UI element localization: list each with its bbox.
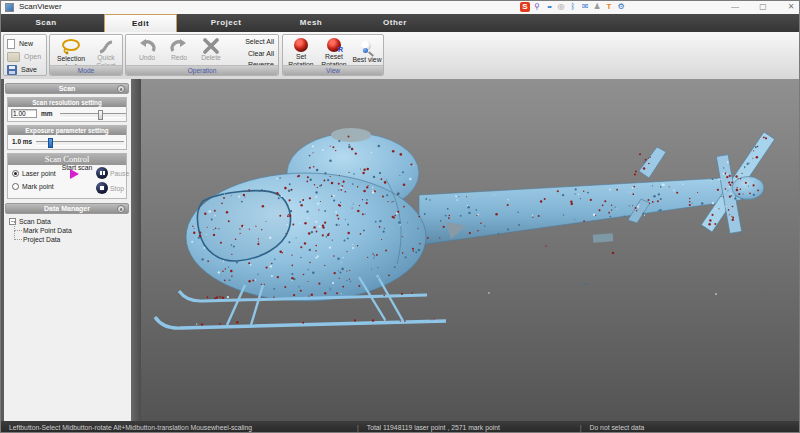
window-controls: — ▢ ✕ xyxy=(729,1,797,13)
scan-control-panel: Scan Control Laser point Mark point Star… xyxy=(7,153,127,199)
tab-mesh[interactable]: Mesh xyxy=(285,14,337,32)
stop-icon xyxy=(96,182,108,194)
open-folder-icon xyxy=(7,52,20,62)
minimize-button[interactable]: — xyxy=(729,1,741,13)
operation-group-label: Operation xyxy=(126,65,278,75)
data-manager-header[interactable]: Data Manager ∧ xyxy=(5,203,129,214)
delete-x-icon xyxy=(202,38,220,54)
file-group: New Open Save xyxy=(3,34,47,76)
system-tray: S ⚲ •• ◎ ᛒ ✉ ♟ T ⚙ xyxy=(520,1,626,13)
clear-all-button[interactable]: Clear All xyxy=(248,50,274,58)
view-group-label: View xyxy=(283,65,383,75)
ribbon-toolbar: New Open Save Selection tool ▼ xyxy=(1,32,800,80)
shirt-icon[interactable]: T xyxy=(604,2,614,12)
dots-icon[interactable]: •• xyxy=(544,2,554,12)
collapse-icon[interactable]: ∧ xyxy=(117,85,125,93)
scan-panel-header[interactable]: Scan ∧ xyxy=(5,83,129,94)
pause-icon xyxy=(96,167,108,179)
s-badge-icon[interactable]: S xyxy=(520,2,530,12)
pause-button[interactable]: Pause xyxy=(96,167,129,179)
save-floppy-icon xyxy=(7,65,17,75)
laser-point-radio[interactable]: Laser point xyxy=(12,170,56,177)
exposure-value-label: 1.0 ms xyxy=(12,138,32,145)
tab-edit[interactable]: Edit xyxy=(104,14,177,32)
sidebar: Scan ∧ Scan resolution setting mm Exposu… xyxy=(1,79,131,421)
user-icon[interactable]: ♟ xyxy=(592,2,602,12)
select-all-button[interactable]: Select All xyxy=(245,38,274,46)
status-bar: Leftbutton-Select Midbutton-rotate Alt+M… xyxy=(1,421,800,433)
radio-icon xyxy=(12,170,19,177)
tab-project[interactable]: Project xyxy=(193,14,259,32)
scan-resolution-header: Scan resolution setting xyxy=(8,98,126,107)
title-bar: ScanViewer S ⚲ •• ◎ ᛒ ✉ ♟ T ⚙ — ▢ ✕ xyxy=(1,1,800,15)
resolution-input[interactable] xyxy=(11,109,37,118)
close-button[interactable]: ✕ xyxy=(785,1,797,13)
tree-item-mark-point-data[interactable]: Mark Point Data xyxy=(23,226,131,235)
save-button[interactable]: Save xyxy=(7,63,47,76)
bluetooth-icon[interactable]: ᛒ xyxy=(568,2,578,12)
main-area: Scan ∧ Scan resolution setting mm Exposu… xyxy=(1,79,800,421)
app-icon xyxy=(5,3,14,12)
menu-tab-bar: Scan Edit Project Mesh Other xyxy=(1,14,800,32)
exposure-slider[interactable] xyxy=(36,141,124,146)
tree-item-scan-data[interactable]: − Scan Data xyxy=(9,217,131,226)
tree-item-project-data[interactable]: Project Data xyxy=(23,235,131,244)
open-button[interactable]: Open xyxy=(7,50,47,63)
data-manager-tree: − Scan Data Mark Point Data Project Data xyxy=(9,217,131,244)
new-button[interactable]: New xyxy=(7,37,47,50)
lasso-icon xyxy=(60,38,82,55)
resolution-unit-label: mm xyxy=(41,110,53,117)
app-title: ScanViewer xyxy=(19,2,62,11)
tab-scan[interactable]: Scan xyxy=(17,14,75,32)
resolution-slider[interactable] xyxy=(60,113,126,118)
helicopter-model xyxy=(141,79,800,421)
point-totals-text: Total 11948119 laser point , 2571 mark p… xyxy=(359,424,580,431)
redo-button[interactable]: Redo xyxy=(166,38,192,62)
sidebar-splitter[interactable] xyxy=(131,79,141,421)
undo-arrow-icon xyxy=(137,38,157,54)
view-group: Set Rotation Center Reset Rotation Cente… xyxy=(282,34,384,76)
collapse-icon[interactable]: ∧ xyxy=(117,205,125,213)
scanviewer-window: ScanViewer S ⚲ •• ◎ ᛒ ✉ ♟ T ⚙ — ▢ ✕ Scan… xyxy=(0,0,800,433)
redo-arrow-icon xyxy=(169,38,189,54)
reset-rotation-center-icon xyxy=(327,38,341,52)
pin-icon[interactable]: ⚲ xyxy=(532,2,542,12)
tab-other[interactable]: Other xyxy=(367,14,423,32)
best-view-button[interactable]: Best view xyxy=(351,41,383,64)
exposure-slider-handle[interactable] xyxy=(48,138,53,148)
radio-icon xyxy=(12,183,19,190)
rotation-center-icon xyxy=(294,38,308,52)
undo-button[interactable]: Undo xyxy=(134,38,160,62)
scan-resolution-panel: Scan resolution setting mm xyxy=(7,97,127,122)
tool-icon[interactable]: ⚙ xyxy=(616,2,626,12)
resolution-slider-handle[interactable] xyxy=(98,110,103,120)
mail-icon[interactable]: ✉ xyxy=(580,2,590,12)
selection-status-text: Do not select data xyxy=(582,424,653,431)
curve-icon xyxy=(97,40,115,54)
mode-group: Selection tool ▼ Quick Select Mode xyxy=(49,34,123,76)
new-page-icon xyxy=(7,39,15,49)
stop-button[interactable]: Stop xyxy=(96,182,124,194)
ring-icon[interactable]: ◎ xyxy=(556,2,566,12)
3d-viewport[interactable] xyxy=(141,79,800,421)
mouse-hint-text: Leftbutton-Select Midbutton-rotate Alt+M… xyxy=(1,424,357,431)
exposure-header: Exposure parameter setting xyxy=(8,126,126,135)
exposure-panel: Exposure parameter setting 1.0 ms xyxy=(7,125,127,150)
magnifier-sphere-icon xyxy=(360,41,374,55)
mark-point-radio[interactable]: Mark point xyxy=(12,183,54,190)
mode-group-label: Mode xyxy=(50,65,122,75)
maximize-button[interactable]: ▢ xyxy=(757,1,769,13)
operation-group: Undo Redo Delete Select All Clear All Re… xyxy=(125,34,279,76)
delete-button[interactable]: Delete xyxy=(198,38,224,62)
start-scan-button[interactable]: Start scan xyxy=(60,164,94,171)
